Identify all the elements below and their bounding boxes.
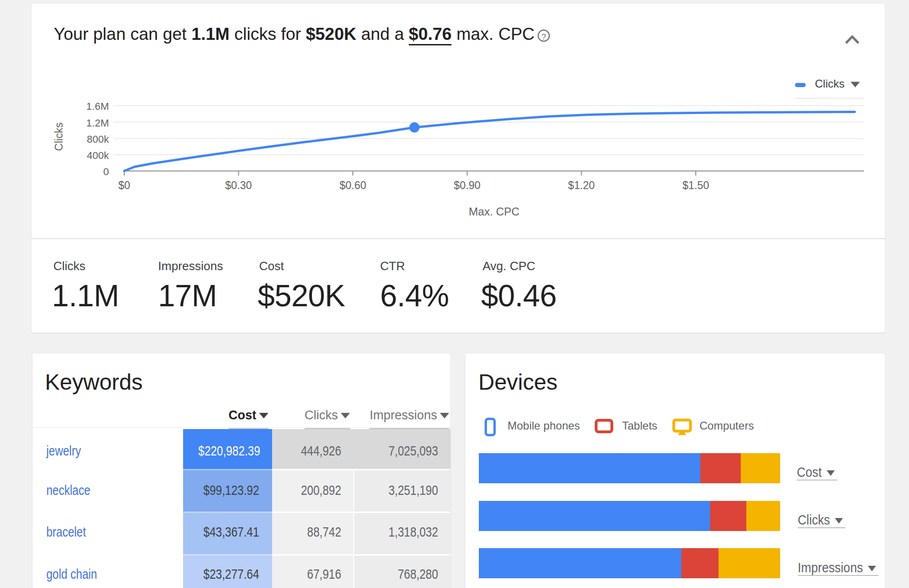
svg-text:Computers: Computers (699, 419, 754, 432)
svg-text:Clicks: Clicks (53, 122, 65, 151)
svg-text:?: ? (541, 32, 546, 42)
svg-text:1.6M: 1.6M (86, 101, 109, 112)
svg-text:0: 0 (103, 166, 109, 177)
svg-text:$0.60: $0.60 (339, 179, 366, 191)
svg-text:Mobile phones: Mobile phones (508, 419, 580, 432)
svg-text:Max. CPC: Max. CPC (469, 205, 519, 218)
svg-text:$1.20: $1.20 (568, 179, 595, 191)
svg-text:$0.90: $0.90 (454, 179, 481, 191)
svg-text:$1.50: $1.50 (682, 179, 709, 191)
svg-text:800k: 800k (87, 133, 109, 145)
svg-text:400k: 400k (87, 150, 109, 161)
svg-text:$0.30: $0.30 (225, 179, 252, 191)
svg-text:Clicks: Clicks (815, 77, 845, 90)
svg-text:Tablets: Tablets (622, 419, 657, 432)
svg-text:1.2M: 1.2M (86, 117, 109, 129)
svg-text:$0: $0 (118, 179, 130, 191)
